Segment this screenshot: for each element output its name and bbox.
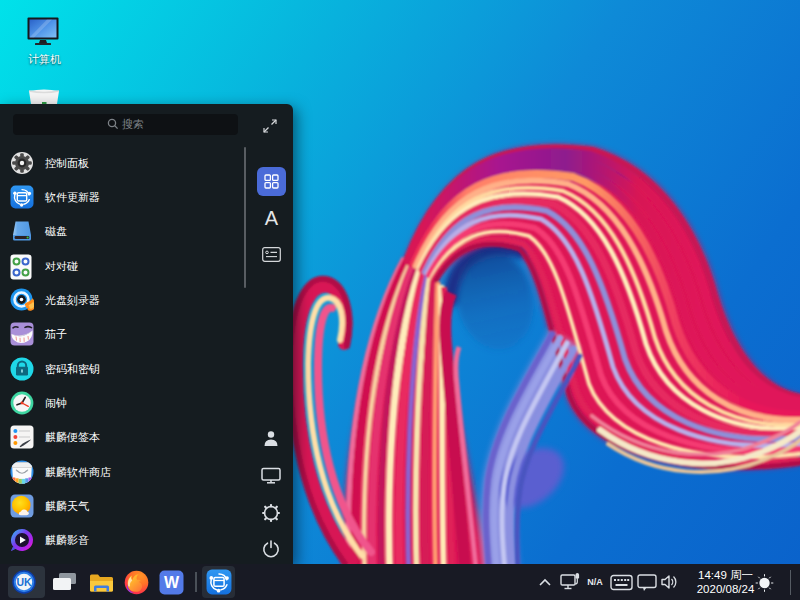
svg-text:W: W bbox=[164, 574, 180, 591]
svg-text:UK: UK bbox=[16, 576, 32, 588]
